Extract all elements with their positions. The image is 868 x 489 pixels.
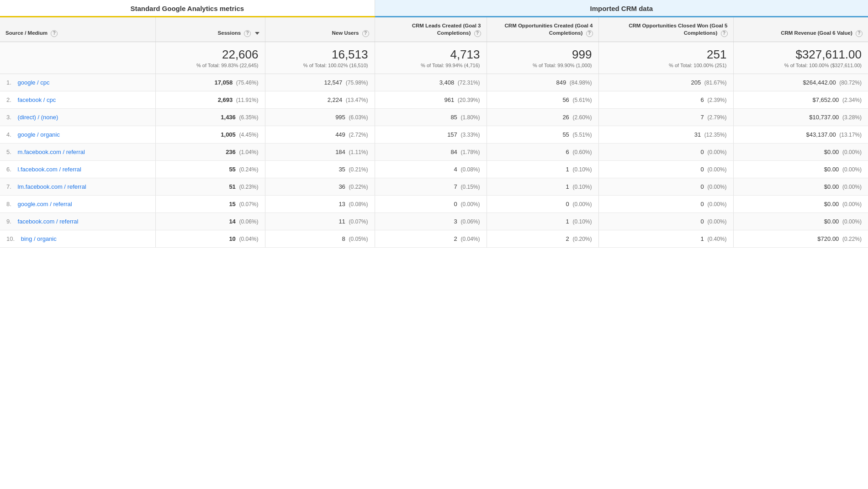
new-users-pct: (0.21%) — [349, 166, 368, 173]
total-source-cell — [0, 42, 155, 74]
new-users-cell: 449 (2.72%) — [265, 126, 375, 143]
crm-revenue-pct: (0.00%) — [842, 166, 862, 173]
total-new-users-cell: 16,513 % of Total: 100.02% (16,510) — [265, 42, 375, 74]
crm-revenue-cell: $0.00 (0.00%) — [733, 213, 868, 230]
table-row: 7. lm.facebook.com / referral 51 (0.23%)… — [0, 178, 868, 195]
crm-leads-pct: (0.04%) — [460, 236, 480, 242]
help-icon-source[interactable]: ? — [51, 30, 58, 37]
sessions-cell: 17,058 (75.46%) — [155, 74, 265, 91]
source-label[interactable]: google / organic — [17, 131, 60, 138]
source-cell[interactable]: 9. facebook.com / referral — [0, 213, 155, 230]
new-users-value: 13 — [339, 201, 345, 207]
source-cell[interactable]: 8. google.com / referral — [0, 195, 155, 213]
help-icon-crm-revenue[interactable]: ? — [856, 30, 863, 37]
new-users-value: 12,547 — [324, 79, 342, 86]
crm-opps-created-value: 2 — [566, 235, 569, 242]
crm-opps-closed-cell: 0 (0.00%) — [598, 195, 733, 213]
help-icon-new-users[interactable]: ? — [362, 30, 369, 37]
source-cell[interactable]: 6. l.facebook.com / referral — [0, 160, 155, 178]
source-label[interactable]: m.facebook.com / referral — [17, 149, 85, 155]
crm-opps-closed-pct: (0.00%) — [707, 218, 726, 225]
crm-opps-created-cell: 55 (5.51%) — [487, 126, 598, 143]
total-crm-revenue-main: $327,611.00 — [740, 48, 862, 62]
crm-opps-closed-pct: (12.35%) — [704, 132, 727, 138]
row-number: 3. — [6, 114, 11, 121]
help-icon-crm-opps-created[interactable]: ? — [586, 30, 593, 37]
crm-revenue-pct: (80.72%) — [839, 80, 862, 86]
new-users-value: 2,224 — [328, 96, 343, 103]
crm-revenue-cell: $7,652.00 (2.34%) — [733, 91, 868, 108]
help-icon-crm-leads[interactable]: ? — [474, 30, 481, 37]
help-icon-crm-opps-closed[interactable]: ? — [721, 30, 728, 37]
source-label[interactable]: facebook.com / referral — [17, 218, 78, 225]
sessions-cell: 51 (0.23%) — [155, 178, 265, 195]
table-row: 8. google.com / referral 15 (0.07%) 13 (… — [0, 195, 868, 213]
source-cell[interactable]: 3. (direct) / (none) — [0, 108, 155, 126]
source-cell[interactable]: 4. google / organic — [0, 126, 155, 143]
new-users-pct: (0.08%) — [349, 201, 368, 207]
total-crm-leads-sub: % of Total: 99.94% (4,716) — [381, 63, 480, 68]
source-label[interactable]: facebook / cpc — [17, 96, 56, 103]
crm-section-label: Imported CRM data — [590, 5, 653, 12]
crm-opps-created-cell: 2 (0.20%) — [487, 230, 598, 247]
source-cell[interactable]: 10. bing / organic — [0, 230, 155, 247]
sessions-cell: 55 (0.24%) — [155, 160, 265, 178]
source-label[interactable]: google / cpc — [17, 79, 49, 86]
crm-opps-created-value: 849 — [556, 79, 566, 86]
crm-revenue-pct: (0.00%) — [842, 184, 862, 190]
help-icon-sessions[interactable]: ? — [244, 30, 251, 37]
source-cell[interactable]: 2. facebook / cpc — [0, 91, 155, 108]
total-row: 22,606 % of Total: 99.83% (22,645) 16,51… — [0, 42, 868, 74]
total-crm-revenue-cell: $327,611.00 % of Total: 100.00% ($327,61… — [733, 42, 868, 74]
crm-leads-cell: 3 (0.06%) — [375, 213, 487, 230]
crm-opps-closed-pct: (0.00%) — [707, 149, 726, 155]
sessions-value: 2,693 — [218, 96, 233, 103]
crm-revenue-pct: (2.34%) — [842, 97, 862, 103]
crm-opps-closed-cell: 6 (2.39%) — [598, 91, 733, 108]
source-label[interactable]: bing / organic — [21, 235, 57, 242]
source-label[interactable]: google.com / referral — [17, 201, 72, 207]
crm-opps-closed-value: 6 — [701, 96, 704, 103]
table-row: 2. facebook / cpc 2,693 (11.91%) 2,224 (… — [0, 91, 868, 108]
row-number: 6. — [6, 166, 11, 173]
crm-revenue-pct: (0.22%) — [842, 236, 862, 242]
new-users-value: 184 — [335, 149, 345, 155]
source-cell[interactable]: 1. google / cpc — [0, 74, 155, 91]
table-row: 9. facebook.com / referral 14 (0.06%) 11… — [0, 213, 868, 230]
crm-opps-closed-value: 0 — [701, 218, 704, 225]
crm-leads-value: 961 — [444, 96, 454, 103]
crm-leads-pct: (3.33%) — [460, 132, 480, 138]
new-users-cell: 11 (0.07%) — [265, 213, 375, 230]
crm-opps-created-cell: 1 (0.10%) — [487, 213, 598, 230]
new-users-pct: (2.72%) — [349, 132, 368, 138]
crm-opps-created-cell: 26 (2.60%) — [487, 108, 598, 126]
new-users-pct: (6.03%) — [349, 114, 368, 121]
table-row: 3. (direct) / (none) 1,436 (6.35%) 995 (… — [0, 108, 868, 126]
source-label[interactable]: (direct) / (none) — [17, 114, 58, 121]
source-label[interactable]: lm.facebook.com / referral — [17, 183, 86, 190]
crm-leads-cell: 157 (3.33%) — [375, 126, 487, 143]
crm-opps-closed-value: 0 — [701, 183, 704, 190]
sessions-cell: 1,436 (6.35%) — [155, 108, 265, 126]
new-users-value: 35 — [339, 166, 345, 173]
crm-revenue-cell: $0.00 (0.00%) — [733, 178, 868, 195]
sessions-pct: (11.91%) — [236, 97, 259, 103]
crm-revenue-value: $264,442.00 — [803, 79, 836, 86]
source-label[interactable]: l.facebook.com / referral — [17, 166, 81, 173]
sessions-cell: 1,005 (4.45%) — [155, 126, 265, 143]
total-crm-opps-created-cell: 999 % of Total: 99.90% (1,000) — [487, 42, 598, 74]
sessions-value: 17,058 — [214, 79, 233, 86]
crm-leads-pct: (1.80%) — [460, 114, 480, 121]
new-users-value: 8 — [342, 235, 345, 242]
crm-revenue-cell: $0.00 (0.00%) — [733, 143, 868, 160]
crm-opps-created-value: 1 — [566, 166, 569, 173]
sort-sessions-icon[interactable] — [255, 32, 259, 35]
crm-opps-created-value: 1 — [566, 183, 569, 190]
new-users-cell: 184 (1.11%) — [265, 143, 375, 160]
source-cell[interactable]: 7. lm.facebook.com / referral — [0, 178, 155, 195]
crm-opps-created-cell: 849 (84.98%) — [487, 74, 598, 91]
new-users-cell: 13 (0.08%) — [265, 195, 375, 213]
source-cell[interactable]: 5. m.facebook.com / referral — [0, 143, 155, 160]
sessions-pct: (1.04%) — [239, 149, 258, 155]
ga-section-header: Standard Google Analytics metrics — [0, 0, 375, 17]
